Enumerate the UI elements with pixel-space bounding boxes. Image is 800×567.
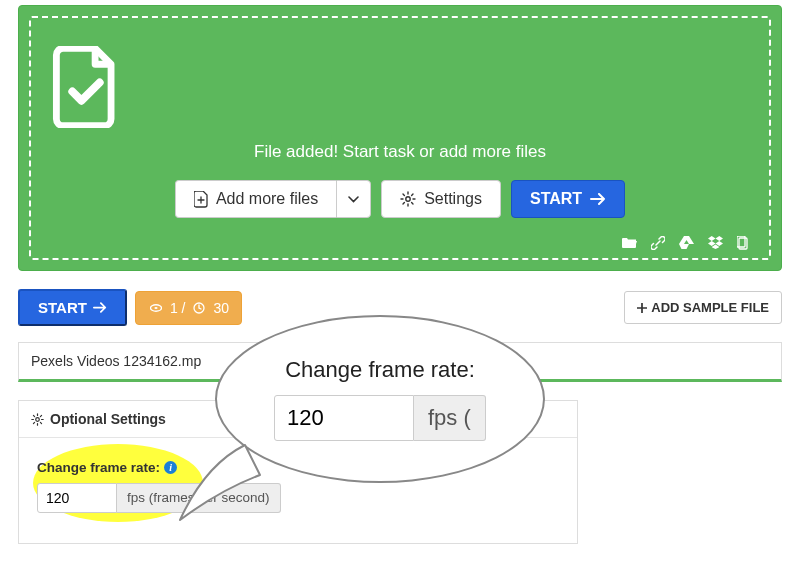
chevron-down-icon	[348, 196, 359, 203]
file-name: Pexels Videos 1234162.mp	[31, 353, 201, 369]
start-button-hero[interactable]: START	[511, 180, 625, 218]
hero-source-icons	[51, 236, 749, 250]
optional-settings-title: Optional Settings	[50, 411, 166, 427]
svg-point-4	[154, 307, 157, 309]
start-button[interactable]: START	[18, 289, 127, 326]
add-more-files-button[interactable]: Add more files	[175, 180, 336, 218]
google-drive-icon[interactable]	[679, 236, 694, 250]
clock-icon	[193, 302, 205, 314]
callout-unit: fps (	[414, 395, 486, 441]
file-check-icon	[51, 46, 749, 128]
add-more-files-label: Add more files	[216, 190, 318, 208]
folder-open-icon[interactable]	[622, 236, 637, 250]
hero-button-row: Add more files Settings START	[175, 180, 625, 218]
disc-icon	[150, 302, 162, 314]
add-file-icon	[194, 191, 208, 208]
arrow-right-icon	[93, 302, 107, 313]
queue-size: 30	[213, 300, 229, 316]
settings-button[interactable]: Settings	[381, 180, 501, 218]
add-sample-file-button[interactable]: ADD SAMPLE FILE	[624, 291, 782, 324]
callout-title: Change frame rate:	[285, 357, 475, 383]
start-label: START	[38, 299, 87, 316]
svg-point-0	[406, 197, 410, 201]
callout-frame-rate-input[interactable]	[274, 395, 414, 441]
hero-message: File added! Start task or add more files	[51, 142, 749, 162]
svg-point-6	[36, 417, 40, 421]
clipboard-icon[interactable]	[737, 236, 749, 250]
zoom-callout: Change frame rate: fps (	[215, 315, 545, 483]
arrow-right-icon	[590, 193, 606, 205]
start-label: START	[530, 190, 582, 208]
queue-count: 1 /	[170, 300, 186, 316]
plus-icon	[637, 303, 647, 313]
dropbox-icon[interactable]	[708, 236, 723, 250]
link-icon[interactable]	[651, 236, 665, 250]
add-sample-label: ADD SAMPLE FILE	[651, 300, 769, 315]
upload-hero: File added! Start task or add more files…	[18, 5, 782, 271]
upload-dropzone[interactable]: File added! Start task or add more files…	[29, 16, 771, 260]
add-more-dropdown-toggle[interactable]	[336, 180, 371, 218]
frame-rate-input[interactable]	[37, 483, 117, 513]
gear-icon	[400, 191, 416, 207]
gear-icon	[31, 413, 44, 426]
settings-label: Settings	[424, 190, 482, 208]
add-more-button-group: Add more files	[175, 180, 371, 218]
callout-tail	[175, 435, 265, 525]
